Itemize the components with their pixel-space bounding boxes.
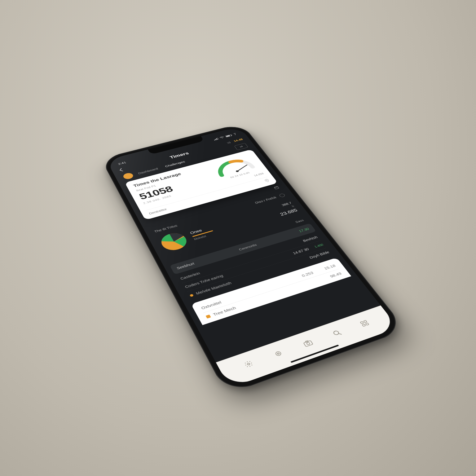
svg-line-8	[235, 165, 249, 171]
tab-search[interactable]	[331, 329, 342, 337]
svg-rect-24	[360, 321, 364, 324]
gauge-side-value: 14.856	[253, 172, 264, 177]
wifi-icon	[219, 136, 225, 139]
svg-point-22	[333, 330, 339, 335]
circle-icon[interactable]	[279, 193, 286, 197]
svg-line-23	[339, 333, 342, 335]
phone-device: 2:41 7	[101, 123, 406, 394]
svg-rect-25	[364, 320, 367, 323]
tab-indicator-icon	[122, 172, 134, 180]
highlight-value: 17.30	[298, 227, 310, 233]
row-extra: 1.400	[314, 243, 324, 249]
svg-point-17	[275, 351, 282, 356]
footer-row-2-value: 98.49	[329, 271, 342, 279]
tab-settings[interactable]	[243, 359, 254, 368]
footer-row-1-v2: 15.18	[323, 263, 336, 270]
tab-grid[interactable]	[359, 319, 370, 327]
svg-rect-1	[215, 139, 217, 140]
svg-point-10	[266, 180, 267, 181]
breakdown-num-a: 388.7	[281, 201, 293, 207]
svg-rect-26	[362, 324, 366, 326]
breakdown-num-mid: b	[291, 205, 295, 207]
svg-rect-21	[305, 340, 308, 342]
header-meta-b: 14.48	[233, 138, 243, 142]
header-meta-a: 25	[227, 141, 231, 144]
svg-rect-0	[214, 140, 215, 140]
svg-point-18	[277, 353, 280, 355]
svg-rect-19	[303, 340, 313, 346]
svg-point-20	[306, 342, 310, 345]
pie-chart	[157, 230, 192, 254]
svg-rect-27	[365, 323, 369, 325]
gauge-chart: 60 24 10 0:85 14.856	[208, 154, 264, 186]
svg-rect-6	[226, 135, 230, 137]
location-icon[interactable]	[264, 179, 270, 183]
tab-camera[interactable]	[302, 339, 314, 348]
signal-icon	[213, 137, 219, 141]
status-aux: 7	[233, 133, 237, 136]
calendar-icon[interactable]	[273, 186, 280, 190]
breakdown-num-b: 23.685	[279, 208, 298, 217]
dot-icon	[190, 294, 194, 297]
tab-bar	[216, 305, 399, 388]
footer-row-1-v1: 0.253	[301, 271, 314, 278]
svg-point-16	[247, 363, 250, 365]
tab-gear[interactable]	[273, 349, 284, 358]
back-button[interactable]	[118, 166, 131, 173]
home-indicator[interactable]	[290, 345, 339, 363]
square-icon	[205, 315, 211, 319]
svg-point-4	[222, 138, 223, 139]
sass-label: Sass	[295, 218, 305, 223]
app-screen: 2:41 7	[106, 126, 399, 388]
